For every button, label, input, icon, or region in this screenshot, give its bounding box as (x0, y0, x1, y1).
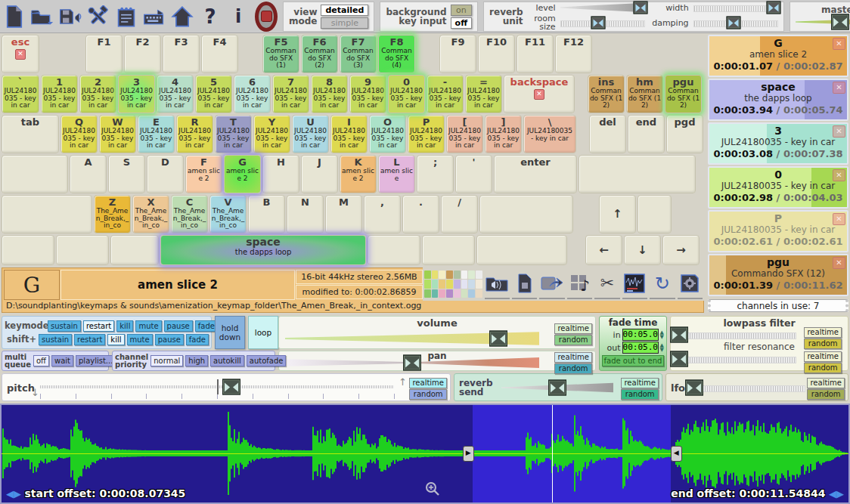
help-button[interactable]: ? (199, 3, 222, 30)
restart-button[interactable]: restart (83, 320, 114, 332)
channel-card-pgu[interactable]: pguCommando SFX (12)0:00:01.39 / 0:00:11… (708, 254, 848, 296)
key-blank[interactable] (422, 235, 475, 265)
key-F9[interactable]: F9 (439, 35, 476, 73)
info-button[interactable]: i (227, 3, 250, 30)
start-offset-nudge-icons[interactable]: ◀▶ (6, 488, 25, 499)
mute-button[interactable]: mute (135, 320, 161, 332)
key-esc[interactable]: esc✕ (2, 35, 39, 73)
waveform-editor-button[interactable] (622, 269, 647, 299)
lfo-slider[interactable] (690, 382, 805, 394)
resonance-realtime-chip[interactable]: realtime (804, 351, 842, 362)
reverb-room-size-slider[interactable] (560, 17, 645, 29)
pitch-realtime-chip[interactable]: realtime (409, 378, 447, 388)
key-3[interactable]: 3JUL24180035 - key in car (118, 75, 155, 113)
key-V[interactable]: VThe_Amen_Break,_in_co (209, 195, 247, 233)
card-close-icon[interactable]: ✕ (833, 125, 845, 138)
pause-button[interactable]: pause (155, 334, 184, 345)
reverb-damping-slider[interactable] (693, 17, 778, 29)
reload-button[interactable]: ↻ (650, 269, 675, 299)
reverb-send-handle[interactable] (548, 380, 566, 396)
key-pgd[interactable]: pgd (666, 115, 703, 153)
channel-card-G[interactable]: Gamen slice 20:00:01.07 / 0:00:02.87✕ (708, 35, 848, 77)
autokill-button[interactable]: autokill (210, 355, 244, 366)
key-M[interactable]: M (325, 195, 362, 233)
key-O[interactable]: OJUL24180035 - key in car (369, 115, 406, 153)
audition-button[interactable] (485, 269, 510, 299)
key-→[interactable]: → (662, 235, 700, 265)
kill-button[interactable]: kill (116, 320, 133, 332)
view-mode-simple-button[interactable]: simple (321, 17, 368, 29)
key-6[interactable]: 6JUL24180035 - key in car (234, 75, 271, 113)
master-volume-slider[interactable] (796, 16, 850, 28)
start-offset-marker[interactable]: ▶ (463, 446, 474, 462)
key-2[interactable]: 2JUL24180035 - key in car (79, 75, 116, 113)
view-mode-detailed-button[interactable]: detailed (321, 5, 368, 16)
export-button[interactable] (539, 269, 564, 299)
palette-swatch-17[interactable] (432, 289, 439, 298)
fade-in-stepper[interactable]: ▲▼ (660, 330, 664, 339)
high-button[interactable]: high (185, 355, 208, 366)
lowpass-realtime-chip[interactable]: realtime (804, 327, 842, 338)
key-0[interactable]: 0JUL24180035 - key in car (388, 75, 425, 113)
zoom-icon[interactable] (425, 481, 440, 499)
key-1[interactable]: 1JUL24180035 - key in car (41, 75, 78, 113)
palette-swatch-13[interactable] (461, 280, 468, 288)
palette-swatch-10[interactable] (439, 280, 445, 288)
key-space[interactable]: spacethe dapps loop (160, 235, 366, 265)
volume-realtime-chip[interactable]: realtime (554, 323, 592, 334)
key-blank[interactable] (579, 155, 696, 193)
key-B[interactable]: B (248, 195, 285, 233)
key-blank[interactable] (479, 195, 573, 233)
key-9[interactable]: 9JUL24180035 - key in car (349, 75, 386, 113)
key-F1[interactable]: F1 (85, 35, 123, 73)
palette-swatch-9[interactable] (432, 280, 439, 288)
key-enter[interactable]: enter (494, 155, 577, 193)
pause-button[interactable]: pause (164, 320, 193, 332)
reverb-send-random-button[interactable]: random (621, 389, 659, 400)
card-close-icon[interactable]: ✕ (833, 213, 845, 225)
lfo-handle[interactable] (685, 380, 703, 396)
key-↓[interactable]: ↓ (624, 235, 661, 265)
key-pgu[interactable]: pguCommando SFX (12) (665, 75, 702, 113)
reverb-room-size-handle[interactable] (591, 17, 606, 29)
key-K[interactable]: Kamen slice 2 (340, 155, 377, 193)
end-offset-marker[interactable]: ◀ (671, 446, 682, 462)
key-Y[interactable]: YJUL24180035 - key in car (253, 115, 290, 153)
pitch-down-icon[interactable]: ↓ (31, 387, 39, 398)
key-G[interactable]: Gamen slice 2 (224, 155, 261, 193)
key-F10[interactable]: F10 (478, 35, 515, 73)
palette-swatch-3[interactable] (446, 271, 453, 279)
key-F11[interactable]: F11 (517, 35, 554, 73)
palette-swatch-1[interactable] (432, 271, 439, 279)
pitch-handle[interactable] (222, 379, 240, 395)
channel-card-0[interactable]: 0JUL24180035 - key in car0:00:02.98 / 0:… (708, 166, 848, 209)
mute-button[interactable]: mute (127, 334, 153, 345)
lowpass-random-button[interactable]: random (804, 339, 842, 349)
key-L[interactable]: Lamen slice (378, 155, 415, 193)
loop-button[interactable]: loop (248, 316, 278, 349)
key-][interactable]: ]JUL24180035 - key in car (485, 115, 522, 153)
hold-down-button[interactable]: hold down (215, 316, 245, 349)
channel-card-3[interactable]: 3JUL24180035 - key in car0:00:03.08 / 0:… (708, 122, 848, 165)
card-close-icon[interactable]: ✕ (833, 257, 845, 269)
palette-swatch-4[interactable] (454, 271, 461, 279)
palette-swatch-19[interactable] (446, 289, 453, 298)
wait-button[interactable]: wait (51, 355, 73, 366)
pan-random-button[interactable]: random (554, 363, 592, 374)
key-E[interactable]: EJUL24180035 - key in car (138, 115, 175, 153)
filter-resonance-handle[interactable] (670, 351, 688, 367)
fade-out-to-end-button[interactable]: fade out to end (602, 355, 664, 366)
key-blank[interactable] (638, 195, 672, 233)
volume-handle[interactable] (489, 331, 507, 347)
card-close-icon[interactable]: ✕ (833, 38, 845, 50)
lowpass-cutoff-slider[interactable] (675, 329, 796, 341)
palette-swatch-23[interactable] (476, 289, 482, 298)
fade-in-field[interactable]: 00:05.0 (622, 329, 659, 341)
key-F8[interactable]: F8Commando SFX (4) (378, 35, 415, 73)
reverb-level-handle[interactable] (634, 2, 648, 14)
key-W[interactable]: WJUL24180035 - key in car (99, 115, 136, 153)
fade-out-field[interactable]: 00:05.0 (622, 342, 659, 354)
palette-swatch-0[interactable] (424, 271, 431, 279)
palette-swatch-6[interactable] (468, 271, 475, 279)
channel-card-space[interactable]: spacethe dapps loop0:00:03.94 / 0:00:05.… (708, 79, 848, 121)
